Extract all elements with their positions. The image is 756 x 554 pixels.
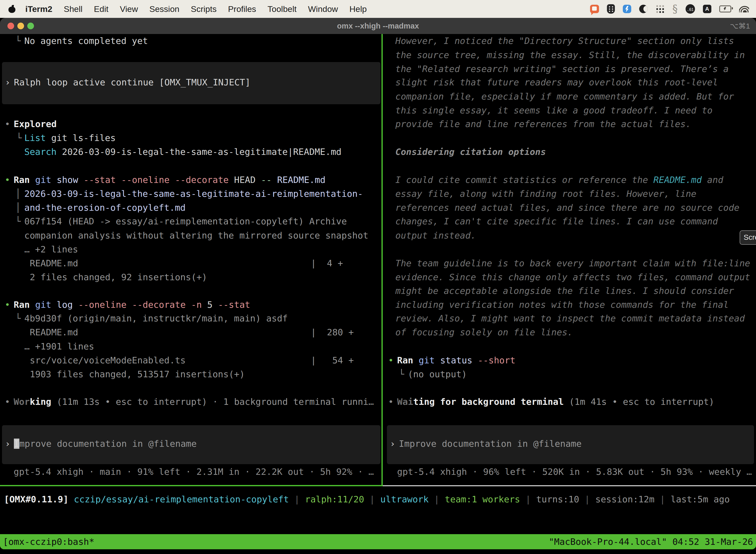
command-line: Ran git log --oneline --decorate -n 5 --… bbox=[14, 298, 250, 312]
explored-list-line: List git ls-files bbox=[24, 131, 116, 145]
diffstat-summary: 2 files changed, 92 insertions(+) bbox=[30, 270, 207, 284]
thinking-line: of focusing solely on file lines. bbox=[395, 325, 573, 339]
thinking-line: companion file, especially if more comme… bbox=[395, 90, 734, 104]
thinking-line: review. Also, I might want to inspect th… bbox=[395, 312, 745, 325]
menu-items: iTerm2ShellEditViewSessionScriptsProfile… bbox=[25, 4, 367, 14]
thinking-line: might be acceptable alongside the file l… bbox=[395, 284, 734, 298]
tree-glyph: │ bbox=[15, 201, 21, 215]
thinking-line: I could cite commit statistics or refere… bbox=[395, 173, 723, 187]
tree-glyph: └ bbox=[15, 312, 21, 325]
explored-search-line: Search 2026-03-09-is-legal-the-same-as-l… bbox=[24, 145, 341, 159]
thinking-line: slight risk that future readers may over… bbox=[395, 75, 718, 89]
prompt-input-text: Improve documentation in @filename bbox=[399, 437, 582, 451]
command-line: Ran git show --stat --oneline --decorate… bbox=[14, 173, 325, 187]
bullet: • bbox=[388, 353, 394, 367]
menu-toolbelt[interactable]: Toolbelt bbox=[268, 4, 297, 14]
lightning-app-icon[interactable] bbox=[623, 5, 631, 13]
menu-iterm2[interactable]: iTerm2 bbox=[25, 4, 52, 14]
left-pane-bottom-border bbox=[0, 485, 383, 486]
thinking-section-header: Considering citation options bbox=[395, 145, 546, 159]
diffstat-file: src/voice/voiceModeEnabled.ts bbox=[30, 353, 186, 367]
status-line-left: gpt-5.4 xhigh · main · 91% left · 2.31M … bbox=[14, 465, 374, 479]
hook-squiggle-icon[interactable]: § bbox=[673, 4, 678, 13]
pane-divider[interactable] bbox=[381, 34, 383, 486]
waiting-status: Waiting for background terminal (1m 41s … bbox=[397, 395, 714, 409]
menu-scripts[interactable]: Scripts bbox=[191, 4, 216, 14]
bullet: • bbox=[5, 117, 10, 131]
menu-window[interactable]: Window bbox=[308, 4, 338, 14]
wifi-icon[interactable] bbox=[739, 5, 749, 12]
prompt-chevron: › bbox=[5, 75, 10, 89]
menu-profiles[interactable]: Profiles bbox=[228, 4, 256, 14]
thinking-line: However, I noticed the "Directory Struct… bbox=[395, 34, 734, 48]
bullet: • bbox=[5, 395, 10, 409]
agent-completion-status: No agents completed yet bbox=[24, 34, 148, 48]
diffstat-count: | 54 + bbox=[311, 353, 354, 367]
diffstat-file: README.md bbox=[30, 325, 78, 339]
thinking-line: the source tree, missing the essay. Stil… bbox=[395, 48, 745, 62]
menu-session[interactable]: Session bbox=[149, 4, 179, 14]
tree-glyph: └ bbox=[15, 34, 21, 48]
thinking-line: including verification notes with those … bbox=[395, 298, 729, 312]
tree-glyph: └ bbox=[16, 131, 22, 145]
tmux-session-info[interactable]: [omx-cczip0:bash* bbox=[3, 534, 94, 549]
command-output-line: 067f154 (HEAD -> essay/ai-reimplementati… bbox=[24, 214, 347, 228]
shield-keypad-icon[interactable] bbox=[607, 4, 615, 14]
bullet: • bbox=[388, 395, 394, 409]
menubar-status-icons: § ..61 A bbox=[590, 4, 756, 14]
tree-glyph: │ bbox=[15, 187, 21, 201]
command-output-line: … +2 lines bbox=[24, 242, 78, 257]
tree-glyph: └ bbox=[15, 214, 21, 228]
bullet: • bbox=[5, 298, 10, 312]
command-arg-wrap: and-the-erosion-of-copyleft.md bbox=[24, 201, 186, 215]
diffstat-count: | 280 + bbox=[311, 325, 354, 339]
menu-edit[interactable]: Edit bbox=[94, 4, 109, 14]
thinking-line: changes, I can't cite specific file line… bbox=[395, 214, 718, 228]
command-output-line: 4b9d30f (origin/main, instructkr/main, m… bbox=[24, 312, 288, 325]
menu-shell[interactable]: Shell bbox=[64, 4, 82, 14]
command-output-line: companion analysis without altering the … bbox=[24, 229, 368, 242]
diffstat-summary: 1903 files changed, 513517 insertions(+) bbox=[30, 367, 245, 381]
menu-view[interactable]: View bbox=[120, 4, 138, 14]
menu-help[interactable]: Help bbox=[350, 4, 367, 14]
command-arg-wrap: 2026-03-09-is-legal-the-same-as-legitima… bbox=[24, 187, 363, 201]
working-status: Working (11m 13s • esc to interrupt) · 1… bbox=[14, 395, 374, 409]
prompt-input-text: Improve documentation in @filename bbox=[14, 437, 197, 451]
thinking-line: The team guideline is to back every impo… bbox=[395, 257, 750, 270]
command-output-line: … +1901 lines bbox=[24, 340, 94, 353]
thinking-line: evidence. Since this change only affects… bbox=[395, 270, 750, 284]
pie-app-icon[interactable] bbox=[639, 5, 648, 13]
command-line: Ran git status --short bbox=[397, 353, 515, 367]
chat-menubar-icon[interactable] bbox=[590, 5, 599, 13]
injected-prompt-text: Ralph loop active continue [OMX_TMUX_INJ… bbox=[14, 75, 251, 89]
dots-grid-icon[interactable] bbox=[655, 4, 665, 13]
tree-glyph: └ bbox=[399, 367, 404, 381]
screen-notification-popup[interactable]: Scre bbox=[740, 230, 756, 245]
badge-61-icon[interactable]: ..61 bbox=[686, 4, 695, 14]
omx-status-line: [OMX#0.11.9] cczip/essay/ai-reimplementa… bbox=[4, 492, 730, 506]
prompt-chevron: › bbox=[5, 437, 10, 451]
menu-bar: iTerm2ShellEditViewSessionScriptsProfile… bbox=[0, 0, 756, 18]
status-line-right: gpt-5.4 xhigh · 96% left · 520K in · 5.8… bbox=[397, 465, 752, 479]
apple-menu-icon[interactable] bbox=[8, 4, 16, 13]
diffstat-count: | 4 + bbox=[311, 257, 343, 270]
bullet: • bbox=[5, 173, 10, 187]
prompt-chevron: › bbox=[390, 437, 395, 451]
tmux-status-bar: [omx-cczip0:bash* "MacBook-Pro-44.local"… bbox=[0, 534, 756, 549]
thinking-line: output instead. bbox=[395, 229, 476, 242]
thinking-line: the "Related research writing" section i… bbox=[395, 62, 729, 76]
explored-header: Explored bbox=[14, 117, 57, 131]
thinking-line: this single essay, it seems like a good … bbox=[395, 104, 712, 117]
terminal-content: └No agents completed yet›Ralph loop acti… bbox=[0, 0, 756, 554]
command-output-line: (no output) bbox=[408, 367, 467, 381]
thinking-line: provide file and line references from th… bbox=[395, 117, 691, 131]
thinking-line: essay file, along with finding root file… bbox=[395, 187, 696, 201]
battery-icon[interactable] bbox=[719, 5, 731, 12]
thinking-line: references need actual files, and since … bbox=[395, 201, 739, 215]
tmux-host-time: "MacBook-Pro-44.local" 04:52 31-Mar-26 bbox=[549, 534, 753, 549]
diffstat-file: README.md bbox=[30, 257, 78, 270]
right-pane-bottom-border bbox=[383, 485, 756, 486]
keyboard-a-icon[interactable]: A bbox=[703, 5, 711, 13]
